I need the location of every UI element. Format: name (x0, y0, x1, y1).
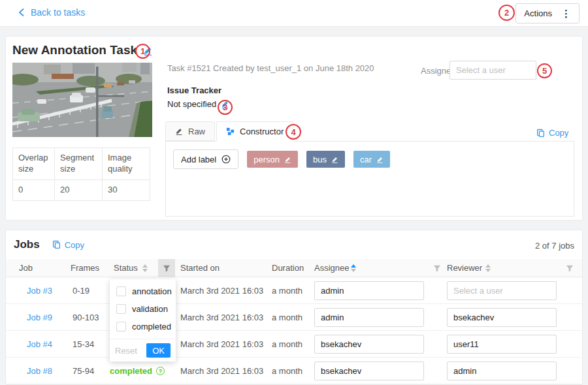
annotation-circle-5: 5 (537, 63, 552, 78)
reviewer-filter-icon[interactable] (566, 264, 574, 272)
edit-label-icon[interactable] (376, 156, 384, 163)
job-link[interactable]: Job #8 (27, 366, 52, 376)
filter-option-annotation[interactable]: annotation (110, 283, 176, 300)
job-started: March 3rd 2021 16:03 (180, 313, 263, 322)
actions-button[interactable]: Actions ⋮ (515, 3, 580, 23)
assignee-input[interactable] (314, 362, 424, 380)
copy-labels-button[interactable]: Copy (536, 128, 568, 138)
jobs-table-header: Job Frames Status Started on Duration As… (6, 259, 582, 277)
task-meta: Task #1521 Created by test_user_1 on Jun… (167, 63, 374, 73)
copy-labels-label: Copy (549, 128, 568, 138)
job-frames: 0-19 (73, 286, 90, 296)
job-duration: a month (272, 286, 302, 296)
job-link[interactable]: Job #4 (27, 339, 52, 349)
assignee-input[interactable] (314, 335, 424, 354)
param-value-overlap: 0 (13, 180, 55, 201)
label-chip-bus[interactable]: bus (306, 151, 345, 168)
status-filter-cell[interactable] (158, 259, 175, 277)
job-started: March 3rd 2021 16:03 (180, 339, 263, 349)
edit-label-icon[interactable] (331, 156, 338, 163)
more-menu-icon[interactable]: ⋮ (561, 8, 571, 18)
job-duration: a month (272, 366, 302, 376)
label-constructor-panel: Add label person bus (165, 141, 574, 217)
col-started: Started on (180, 263, 220, 273)
job-started: March 3rd 2021 16:03 (180, 286, 263, 296)
col-job: Job (19, 263, 33, 273)
filter-option-label: completed (132, 322, 171, 331)
task-preview-image (12, 63, 152, 137)
status-filter-dropdown: annotation validation completed Reset OK (110, 279, 176, 362)
jobs-title: Jobs (14, 238, 40, 251)
col-status: Status (114, 263, 138, 273)
cvat-task-page: Back to tasks Actions ⋮ New Annotation T… (0, 0, 588, 385)
col-duration: Duration (272, 263, 304, 273)
job-link[interactable]: Job #3 (27, 286, 52, 296)
checkbox-icon[interactable] (116, 286, 126, 296)
param-value-segment: 20 (55, 180, 103, 201)
actions-label: Actions (524, 8, 552, 18)
jobs-count: 2 of 7 jobs (535, 241, 574, 251)
label-chip-person-name: person (253, 155, 280, 164)
task-title: New Annotation Task (12, 43, 137, 57)
label-chip-car[interactable]: car (353, 151, 390, 168)
reviewer-input[interactable] (447, 281, 557, 300)
job-duration: a month (272, 339, 302, 349)
job-started: March 3rd 2021 16:03 (180, 366, 263, 376)
chevron-left-icon (18, 8, 25, 17)
labels-tabs: Raw Constructor (165, 121, 293, 142)
add-label-button[interactable]: Add label (173, 149, 238, 169)
copy-jobs-button[interactable]: Copy (52, 240, 84, 250)
filter-option-label: validation (132, 304, 168, 314)
plus-circle-icon (221, 155, 231, 164)
checkbox-icon[interactable] (116, 304, 126, 314)
copy-icon (52, 240, 61, 249)
filter-option-validation[interactable]: validation (110, 300, 176, 318)
tab-constructor[interactable]: Constructor (216, 121, 293, 142)
task-assignee-input[interactable] (449, 61, 536, 80)
tab-raw-label: Raw (188, 127, 205, 136)
col-reviewer: Reviewer (447, 263, 482, 273)
param-header-segment: Segment size (55, 148, 103, 180)
back-to-tasks-link[interactable]: Back to tasks (18, 7, 85, 18)
job-frames: 75-94 (73, 366, 94, 376)
filter-reset-button[interactable]: Reset (115, 346, 137, 356)
assignee-input[interactable] (314, 308, 424, 327)
status-filter-icon[interactable] (163, 264, 171, 272)
blocks-icon (226, 127, 235, 136)
job-duration: a month (272, 313, 302, 322)
pencil-icon (175, 127, 183, 135)
job-row: Job #8 75-94 completed? March 3rd 2021 1… (6, 358, 582, 384)
annotation-circle-1: 1 (135, 44, 150, 59)
filter-option-label: annotation (132, 286, 172, 296)
reviewer-input[interactable] (447, 308, 557, 327)
tab-constructor-label: Constructor (240, 127, 284, 136)
status-sort-icon[interactable] (142, 264, 148, 272)
job-frames: 15-34 (73, 339, 94, 349)
checkbox-icon[interactable] (116, 322, 126, 331)
filter-ok-button[interactable]: OK (146, 343, 171, 358)
col-assignee: Assignee (314, 263, 349, 273)
job-row: Job #9 90-103 March 3rd 2021 16:03 a mon… (6, 304, 582, 331)
tab-raw[interactable]: Raw (165, 121, 215, 141)
job-row: Job #4 15-34 March 3rd 2021 16:03 a mont… (6, 331, 582, 358)
back-to-tasks-label: Back to tasks (31, 7, 85, 18)
edit-label-icon[interactable] (284, 156, 291, 163)
assignee-sort-icon[interactable] (351, 264, 356, 272)
job-status: completed? (110, 366, 165, 376)
job-link[interactable]: Job #9 (27, 313, 52, 322)
filter-option-completed[interactable]: completed (110, 318, 176, 335)
annotation-circle-2: 2 (498, 5, 515, 21)
reviewer-input[interactable] (447, 335, 557, 354)
annotation-circle-3: 3 (218, 100, 233, 115)
assignee-filter-icon[interactable] (433, 264, 441, 272)
label-chip-person[interactable]: person (247, 151, 298, 168)
copy-icon (536, 129, 545, 138)
question-circle-icon[interactable]: ? (156, 367, 165, 375)
param-header-quality: Image quality (103, 148, 150, 180)
add-label-label: Add label (181, 155, 216, 164)
jobs-card: Jobs Copy 2 of 7 jobs Job Frames Status … (5, 230, 583, 385)
reviewer-sort-icon[interactable] (485, 264, 491, 272)
issue-tracker-label: Issue Tracker (167, 85, 221, 95)
reviewer-input[interactable] (447, 362, 557, 380)
assignee-input[interactable] (314, 281, 424, 300)
